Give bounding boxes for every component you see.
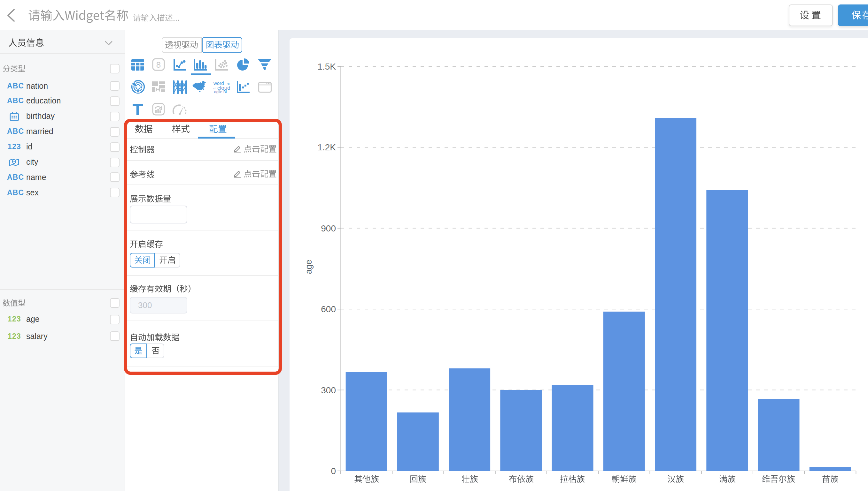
svg-text:1.5K: 1.5K	[317, 62, 336, 71]
svg-text:1.2K: 1.2K	[317, 142, 336, 152]
svg-text:600: 600	[321, 304, 336, 314]
svg-text:cl: cl	[213, 87, 215, 90]
svg-text:agile Bi: agile Bi	[214, 90, 226, 94]
svg-text:900: 900	[321, 224, 336, 233]
svg-text:0: 0	[331, 466, 336, 476]
svg-text:8: 8	[156, 60, 160, 69]
svg-text:age: age	[304, 260, 314, 274]
svg-text:300: 300	[321, 385, 336, 395]
